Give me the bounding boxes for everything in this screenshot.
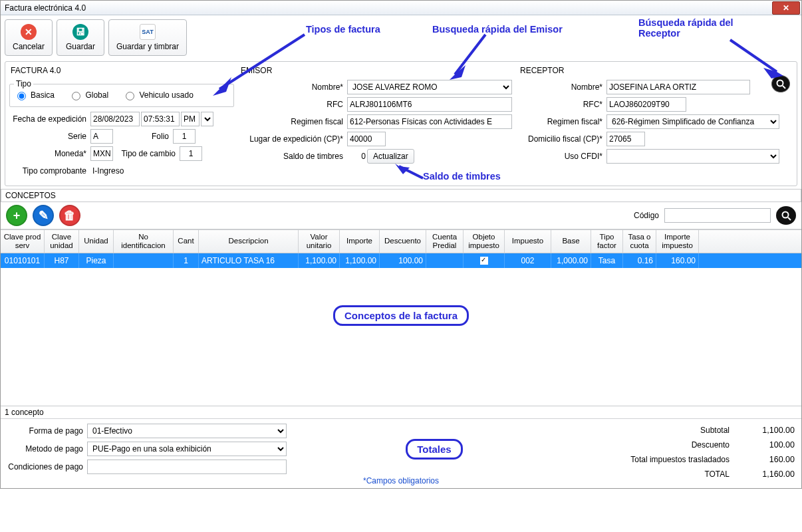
receptor-rfc-input[interactable] [606, 97, 686, 112]
tipo-cambio-input[interactable] [180, 146, 202, 161]
save-icon: 🖫 [72, 24, 88, 40]
codigo-search-button[interactable] [776, 206, 796, 225]
forma-pago-label: Forma de pago [6, 426, 86, 436]
actualizar-button[interactable]: Actualizar [367, 149, 414, 164]
window-close-button[interactable]: ✕ [772, 1, 800, 15]
receptor-domicilio-label: Domicilio fiscal (CP)* [519, 134, 605, 144]
receptor-uso-select[interactable] [606, 149, 779, 164]
forma-pago-select[interactable]: 01-Efectivo [87, 424, 287, 438]
serie-label: Serie [9, 132, 89, 141]
receptor-regimen-label: Regimen fiscal* [519, 117, 605, 126]
save-stamp-button[interactable]: SAT Guardar y timbrar [108, 19, 187, 56]
emisor-saldo-value: 0 [347, 152, 366, 161]
receptor-domicilio-input[interactable] [606, 132, 645, 146]
emisor-rfc-label: RFC [239, 100, 346, 109]
ampm-input[interactable] [181, 112, 200, 126]
tipo-comp-label: Tipo comprobante [9, 166, 89, 176]
cancel-button[interactable]: ✕ Cancelar [5, 19, 53, 56]
window-title: Factura electrónica 4.0 [5, 3, 86, 13]
metodo-pago-select[interactable]: PUE-Pago en una sola exhibición [87, 442, 287, 456]
tipo-legend: Tipo [14, 79, 33, 88]
cond-pago-label: Condiciones de pago [6, 462, 86, 471]
table-row[interactable]: 01010101 H87 Pieza 1 ARTICULO TASA 16 1,… [1, 253, 801, 268]
codigo-input[interactable] [664, 208, 771, 223]
header-sections: FACTURA 4.0 Tipo Basica Global Vehiculo … [5, 61, 797, 186]
tipo-basica-radio[interactable]: Basica [14, 90, 55, 100]
fecha-input[interactable] [90, 112, 140, 126]
emisor-rfc-input[interactable] [347, 97, 512, 112]
receptor-nombre-label: Nombre* [519, 82, 605, 92]
cond-pago-input[interactable] [87, 460, 287, 474]
conceptos-count: 1 concepto [1, 406, 801, 419]
cancel-icon: ✕ [21, 24, 37, 40]
codigo-label: Código [634, 211, 659, 220]
moneda-label: Moneda* [9, 149, 89, 158]
conceptos-toolbar: + ✎ 🗑 Código [1, 202, 801, 229]
edit-concepto-button[interactable]: ✎ [33, 205, 54, 226]
tipo-cambio-label: Tipo de cambio [114, 149, 178, 158]
hora-input[interactable] [141, 112, 180, 126]
folio-label: Folio [114, 132, 172, 141]
serie-input[interactable] [90, 129, 113, 144]
footer: Forma de pago 01-Efectivo Metodo de pago… [1, 419, 801, 488]
toolbar: ✕ Cancelar 🖫 Guardar SAT Guardar y timbr… [1, 15, 801, 60]
conceptos-title: CONCEPTOS [1, 189, 801, 202]
search-icon [781, 211, 791, 221]
emisor-regimen-input[interactable] [347, 114, 512, 129]
delete-concepto-button[interactable]: 🗑 [59, 205, 80, 226]
receptor-regimen-select[interactable]: 626-Régimen Simplificado de Confianza [606, 114, 779, 129]
titlebar: Factura electrónica 4.0 ✕ [1, 1, 801, 15]
grid-header: Clave prod serv Clave unidad Unidad No i… [1, 229, 801, 253]
emisor-title: EMISOR [241, 66, 512, 75]
receptor-uso-label: Uso CFDI* [519, 152, 605, 161]
metodo-pago-label: Metodo de pago [6, 444, 86, 454]
campos-obligatorios: *Campos obligatorios [1, 476, 801, 485]
emisor-lugar-label: Lugar de expedición (CP)* [239, 134, 346, 144]
tipo-vehiculo-radio[interactable]: Vehiculo usado [122, 90, 193, 100]
svg-line-9 [783, 86, 785, 88]
totals: Subtotal1,100.00 Descuento100.00 Total i… [570, 423, 796, 481]
receptor-title: RECEPTOR [520, 66, 785, 75]
annot-totales: Totales [406, 439, 462, 460]
conceptos-grid: Clave prod serv Clave unidad Unidad No i… [1, 229, 801, 406]
date-dropdown[interactable] [201, 112, 213, 126]
receptor-search-button[interactable] [771, 75, 790, 92]
emisor-lugar-input[interactable] [347, 132, 386, 146]
emisor-regimen-label: Regimen fiscal [239, 117, 346, 126]
tipo-comp-value [90, 164, 164, 178]
emisor-nombre-select[interactable]: JOSE ALVAREZ ROMO [347, 80, 512, 94]
emisor-nombre-label: Nombre* [239, 82, 346, 92]
save-button[interactable]: 🖫 Guardar [57, 19, 104, 56]
factura-title: FACTURA 4.0 [11, 66, 233, 75]
svg-point-10 [782, 211, 788, 217]
emisor-section: EMISOR Nombre* JOSE ALVAREZ ROMO RFC Reg… [237, 63, 516, 180]
grid-body: 01010101 H87 Pieza 1 ARTICULO TASA 16 1,… [1, 253, 801, 406]
svg-line-11 [788, 217, 791, 220]
moneda-input[interactable] [90, 146, 113, 161]
add-concepto-button[interactable]: + [6, 205, 27, 226]
tipo-fieldset: Tipo Basica Global Vehiculo usado [9, 79, 234, 107]
folio-input[interactable] [173, 129, 196, 144]
factura-section: FACTURA 4.0 Tipo Basica Global Vehiculo … [7, 63, 237, 180]
receptor-nombre-input[interactable] [606, 80, 750, 94]
svg-point-8 [777, 80, 783, 86]
emisor-saldo-label: Saldo de timbres [239, 152, 346, 161]
search-icon [776, 79, 786, 89]
tipo-global-radio[interactable]: Global [68, 90, 108, 100]
objeto-impuesto-check [464, 253, 505, 268]
receptor-rfc-label: RFC* [519, 100, 605, 109]
receptor-section: RECEPTOR Nombre* RFC* Regimen fiscal* 62… [516, 63, 789, 180]
annot-conceptos: Conceptos de la factura [333, 305, 469, 326]
window: Factura electrónica 4.0 ✕ ✕ Cancelar 🖫 G… [0, 0, 802, 489]
fecha-label: Fecha de expedición [9, 114, 89, 124]
sat-icon: SAT [140, 24, 156, 40]
